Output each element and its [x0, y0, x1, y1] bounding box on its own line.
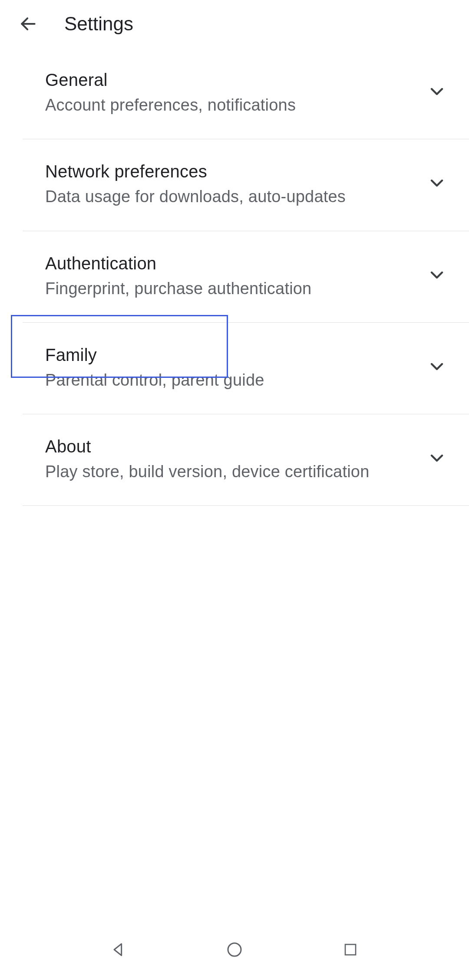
- page-title: Settings: [64, 13, 133, 35]
- settings-item-title: Network preferences: [45, 162, 418, 181]
- settings-item-content: Network preferences Data usage for downl…: [45, 162, 418, 208]
- settings-item-subtitle: Account preferences, notifications: [45, 94, 418, 116]
- triangle-back-icon: [110, 941, 127, 958]
- settings-item-content: Authentication Fingerprint, purchase aut…: [45, 254, 418, 300]
- settings-item-network-preferences[interactable]: Network preferences Data usage for downl…: [23, 139, 469, 231]
- nav-home-button[interactable]: [221, 937, 248, 963]
- settings-item-content: General Account preferences, notificatio…: [45, 70, 418, 116]
- settings-item-authentication[interactable]: Authentication Fingerprint, purchase aut…: [23, 231, 469, 323]
- square-recent-icon: [343, 942, 358, 957]
- settings-item-subtitle: Play store, build version, device certif…: [45, 461, 418, 483]
- settings-item-content: About Play store, build version, device …: [45, 437, 418, 483]
- chevron-down-icon: [426, 81, 447, 104]
- settings-item-title: General: [45, 70, 418, 90]
- settings-item-title: Family: [45, 345, 418, 365]
- settings-item-content: Family Parental control, parent guide: [45, 345, 418, 391]
- settings-item-about[interactable]: About Play store, build version, device …: [23, 414, 469, 506]
- svg-marker-1: [114, 944, 122, 956]
- settings-item-general[interactable]: General Account preferences, notificatio…: [23, 48, 469, 139]
- chevron-down-icon: [426, 265, 447, 287]
- nav-recent-button[interactable]: [337, 937, 363, 963]
- back-button[interactable]: [17, 13, 39, 35]
- settings-item-title: Authentication: [45, 254, 418, 273]
- chevron-down-icon: [426, 356, 447, 379]
- arrow-left-icon: [19, 14, 38, 33]
- chevron-down-icon: [426, 173, 447, 195]
- circle-home-icon: [226, 941, 243, 958]
- header: Settings: [0, 0, 469, 48]
- navigation-bar: [0, 919, 469, 980]
- settings-item-title: About: [45, 437, 418, 456]
- settings-item-subtitle: Data usage for downloads, auto-updates: [45, 186, 418, 208]
- svg-rect-3: [345, 944, 356, 955]
- svg-point-2: [228, 943, 241, 956]
- chevron-down-icon: [426, 448, 447, 470]
- nav-back-button[interactable]: [106, 937, 132, 963]
- settings-item-subtitle: Parental control, parent guide: [45, 369, 418, 391]
- settings-list: General Account preferences, notificatio…: [0, 48, 469, 506]
- settings-item-subtitle: Fingerprint, purchase authentication: [45, 278, 418, 300]
- settings-item-family[interactable]: Family Parental control, parent guide: [23, 323, 469, 414]
